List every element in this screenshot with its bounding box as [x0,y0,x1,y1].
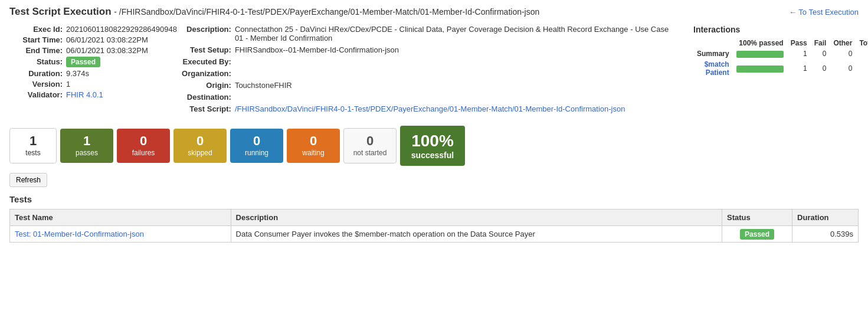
interactions-row: Summary1001 [693,48,868,59]
skipped-num: 0 [182,135,218,148]
title-prefix: Test Script Execution [9,6,112,17]
running-num: 0 [238,135,275,148]
interaction-fail: 0 [811,48,830,59]
duration-row: Duration: 9.374s [9,69,152,78]
col-test-name: Test Name [10,210,231,226]
version-row: Version: 1 [9,80,152,89]
test-script-row: Test Script: /FHIRSandbox/DaVinci/FHIR4-… [166,104,679,113]
interaction-total: 1 [856,59,868,78]
success-label: successful [410,150,456,160]
executed-by-row: Executed By: [166,57,679,66]
passes-num: 1 [68,135,105,148]
col-total: Total [856,38,868,48]
tests-label: tests [18,149,48,157]
col-status: Status [722,210,792,226]
interaction-total: 1 [856,48,868,59]
failures-num: 0 [125,135,162,148]
table-row: Test: 01-Member-Id-Confirmation-jsonData… [10,226,859,243]
col-fail: Fail [811,38,830,48]
row-status-badge: Passed [740,229,774,240]
stat-waiting: 0 waiting [287,129,340,163]
test-setup-row: Test Setup: FHIRSandbox--01-Member-Id-Co… [166,45,679,54]
interactions-section: Interactions 100% passed Pass Fail Other… [693,25,859,116]
stats-row: 1 tests 1 passes 0 failures 0 skipped 0 … [9,126,859,166]
organization-label: Organization: [166,69,231,78]
test-setup-value: FHIRSandbox--01-Member-Id-Confirmation-j… [235,45,399,54]
interactions-title: Interactions [693,25,859,34]
validator-row: Validator: FHIR 4.0.1 [9,90,152,99]
page-header: Test Script Execution - /FHIRSandbox/DaV… [9,6,859,18]
tests-table: Test Name Description Status Duration Te… [9,209,859,243]
version-value: 1 [66,80,70,89]
meta-center: Description: Connectathon 25 - DaVinci H… [166,25,679,116]
test-name-link[interactable]: Test: 01-Member-Id-Confirmation-json [15,230,144,238]
validator-label: Validator: [9,90,63,99]
col-description: Description [231,210,722,226]
organization-row: Organization: [166,69,679,78]
failures-label: failures [125,149,162,157]
exec-id-value: 20210601180822929286490948 [66,25,177,34]
status-cell: Passed [722,226,792,243]
title-path: - /FHIRSandbox/DaVinci/FHIR4-0-1-Test/PD… [114,7,539,17]
interaction-pass: 1 [787,59,811,78]
info-section: Exec Id: 20210601180822929286490948 Star… [9,25,859,116]
to-test-execution-link[interactable]: ← To Test Execution [789,8,859,17]
passes-label: passes [68,149,105,157]
stat-success: 100% successful [400,126,465,166]
stat-running: 0 running [230,129,283,163]
duration-cell: 0.539s [792,226,859,243]
status-row: Status: Passed [9,57,152,67]
start-time-value: 06/01/2021 03:08:22PM [66,35,148,44]
test-name-cell: Test: 01-Member-Id-Confirmation-json [10,226,231,243]
stat-notstarted: 0 not started [343,128,397,163]
refresh-button[interactable]: Refresh [9,173,47,187]
end-time-value: 06/01/2021 03:08:32PM [66,46,148,55]
col-other: Other [830,38,856,48]
meta-left: Exec Id: 20210601180822929286490948 Star… [9,25,152,116]
running-label: running [238,149,275,157]
version-label: Version: [9,80,63,89]
description-row: Description: Connectathon 25 - DaVinci H… [166,25,679,42]
status-label: Status: [9,57,63,66]
test-setup-label: Test Setup: [166,45,231,54]
duration-label: Duration: [9,69,63,78]
page-title: Test Script Execution - /FHIRSandbox/DaV… [9,6,539,18]
start-time-row: Start Time: 06/01/2021 03:08:22PM [9,35,152,44]
exec-id-row: Exec Id: 20210601180822929286490948 [9,25,152,34]
origin-label: Origin: [166,81,231,90]
success-pct: 100% [410,132,456,150]
col-100pct: 100% passed [733,38,787,48]
interactions-row: $match Patient1001 [693,59,868,78]
interaction-label: Summary [693,48,733,59]
destination-row: Destination: [166,93,679,102]
interaction-label: $match Patient [693,59,733,78]
interaction-progress [733,59,787,78]
interaction-pass: 1 [787,48,811,59]
tests-section-title: Tests [9,194,859,204]
col-pass: Pass [787,38,811,48]
start-time-label: Start Time: [9,35,63,44]
test-script-label: Test Script: [166,104,231,113]
not-started-num: 0 [352,135,388,148]
validator-link[interactable]: FHIR 4.0.1 [66,90,103,99]
executed-by-label: Executed By: [166,57,231,66]
description-cell: Data Consumer Payer invokes the $member-… [231,226,722,243]
origin-value: TouchstoneFHIR [235,81,292,90]
stat-failures: 0 failures [117,129,170,163]
waiting-label: waiting [295,149,332,157]
description-label: Description: [166,25,231,34]
interaction-fail: 0 [811,59,830,78]
test-script-link[interactable]: /FHIRSandbox/DaVinci/FHIR4-0-1-Test/PDEX… [235,104,625,113]
exec-id-label: Exec Id: [9,25,63,34]
skipped-label: skipped [182,149,218,157]
tests-num: 1 [18,135,48,148]
origin-row: Origin: TouchstoneFHIR [166,81,679,90]
col-duration: Duration [792,210,859,226]
col-label [693,38,733,48]
interaction-progress [733,48,787,59]
interaction-link[interactable]: $match Patient [705,60,729,77]
waiting-num: 0 [295,135,332,148]
status-badge: Passed [66,57,100,67]
interactions-table: 100% passed Pass Fail Other Total Summar… [693,38,868,78]
not-started-label: not started [352,149,388,157]
